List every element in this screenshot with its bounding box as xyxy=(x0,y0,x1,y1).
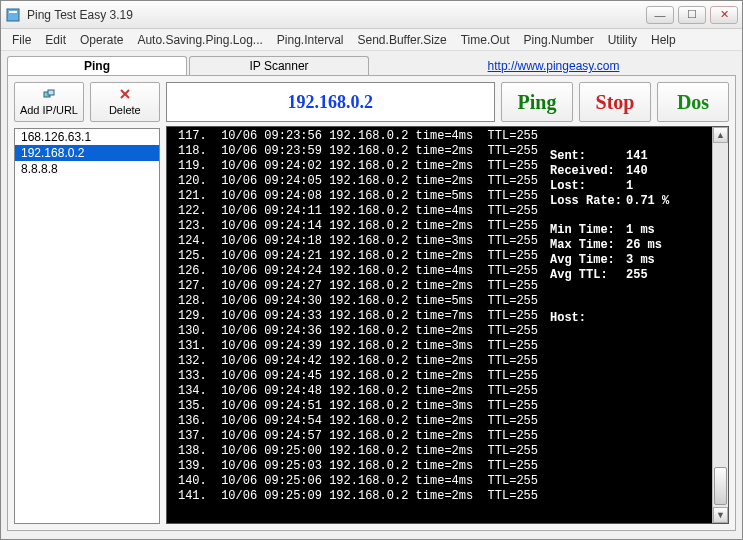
content-area: Add IP/URL Delete 168.126.63.1192.168.0.… xyxy=(7,75,736,531)
stats-lost-label: Lost: xyxy=(550,179,626,194)
right-panel: 192.168.0.2 Ping Stop Dos 117. 10/06 09:… xyxy=(166,76,735,530)
current-ip-input[interactable]: 192.168.0.2 xyxy=(166,82,495,122)
app-icon xyxy=(5,7,21,23)
homepage-link[interactable]: http://www.pingeasy.com xyxy=(371,59,736,75)
stats-sent-label: Sent: xyxy=(550,149,626,164)
stats-avgttl-label: Avg TTL: xyxy=(550,268,626,283)
menu-file[interactable]: File xyxy=(5,31,38,49)
stats-sent-value: 141 xyxy=(626,149,648,164)
ping-log: 117. 10/06 09:23:56 192.168.0.2 time=4ms… xyxy=(167,127,542,523)
stats-min-label: Min Time: xyxy=(550,223,626,238)
menu-interval[interactable]: Ping.Interval xyxy=(270,31,351,49)
stats-received-value: 140 xyxy=(626,164,648,179)
ip-listbox[interactable]: 168.126.63.1192.168.0.28.8.8.8 xyxy=(14,128,160,524)
delete-ip-button[interactable]: Delete xyxy=(90,82,160,122)
menu-buffersize[interactable]: Send.Buffer.Size xyxy=(351,31,454,49)
scroll-thumb[interactable] xyxy=(714,467,727,505)
minimize-button[interactable]: — xyxy=(646,6,674,24)
window-controls: — ☐ ✕ xyxy=(646,6,738,24)
log-scrollbar[interactable]: ▲ ▼ xyxy=(712,127,728,523)
left-buttons: Add IP/URL Delete xyxy=(14,82,160,122)
stats-avg-value: 3 ms xyxy=(626,253,655,268)
add-icon xyxy=(43,88,55,103)
maximize-button[interactable]: ☐ xyxy=(678,6,706,24)
delete-icon xyxy=(119,88,131,103)
add-ip-label: Add IP/URL xyxy=(20,104,78,116)
scroll-down-button[interactable]: ▼ xyxy=(713,507,728,523)
stats-lossrate-value: 0.71 % xyxy=(626,194,669,209)
stats-avgttl-value: 255 xyxy=(626,268,648,283)
stats-lossrate-label: Loss Rate: xyxy=(550,194,626,209)
ping-button[interactable]: Ping xyxy=(501,82,573,122)
stats-received-label: Received: xyxy=(550,164,626,179)
ping-stats: Sent:141 Received:140 Lost:1 Loss Rate:0… xyxy=(542,127,712,523)
menu-timeout[interactable]: Time.Out xyxy=(454,31,517,49)
close-button[interactable]: ✕ xyxy=(710,6,738,24)
menu-utility[interactable]: Utility xyxy=(601,31,644,49)
tabrow: Ping IP Scanner http://www.pingeasy.com xyxy=(7,53,736,75)
stats-max-label: Max Time: xyxy=(550,238,626,253)
stats-min-value: 1 ms xyxy=(626,223,655,238)
svg-rect-0 xyxy=(7,9,19,21)
menu-pingnumber[interactable]: Ping.Number xyxy=(517,31,601,49)
menu-help[interactable]: Help xyxy=(644,31,683,49)
stats-max-value: 26 ms xyxy=(626,238,662,253)
terminal: 117. 10/06 09:23:56 192.168.0.2 time=4ms… xyxy=(166,126,729,524)
menu-edit[interactable]: Edit xyxy=(38,31,73,49)
add-ip-button[interactable]: Add IP/URL xyxy=(14,82,84,122)
ip-list-item[interactable]: 168.126.63.1 xyxy=(15,129,159,145)
ip-list-item[interactable]: 8.8.8.8 xyxy=(15,161,159,177)
left-panel: Add IP/URL Delete 168.126.63.1192.168.0.… xyxy=(8,76,166,530)
dos-button[interactable]: Dos xyxy=(657,82,729,122)
svg-rect-3 xyxy=(48,90,54,95)
scroll-up-button[interactable]: ▲ xyxy=(713,127,728,143)
stop-button[interactable]: Stop xyxy=(579,82,651,122)
tab-ip-scanner[interactable]: IP Scanner xyxy=(189,56,369,75)
menu-autosave[interactable]: Auto.Saving.Ping.Log... xyxy=(130,31,269,49)
ip-list-item[interactable]: 192.168.0.2 xyxy=(15,145,159,161)
delete-ip-label: Delete xyxy=(109,104,141,116)
stats-lost-value: 1 xyxy=(626,179,633,194)
top-controls: 192.168.0.2 Ping Stop Dos xyxy=(166,82,729,122)
window-title: Ping Test Easy 3.19 xyxy=(27,8,646,22)
stats-avg-label: Avg Time: xyxy=(550,253,626,268)
menubar: File Edit Operate Auto.Saving.Ping.Log..… xyxy=(1,29,742,51)
stats-host-label: Host: xyxy=(550,311,626,326)
titlebar: Ping Test Easy 3.19 — ☐ ✕ xyxy=(1,1,742,29)
tab-ping[interactable]: Ping xyxy=(7,56,187,75)
svg-rect-1 xyxy=(9,11,17,13)
menu-operate[interactable]: Operate xyxy=(73,31,130,49)
